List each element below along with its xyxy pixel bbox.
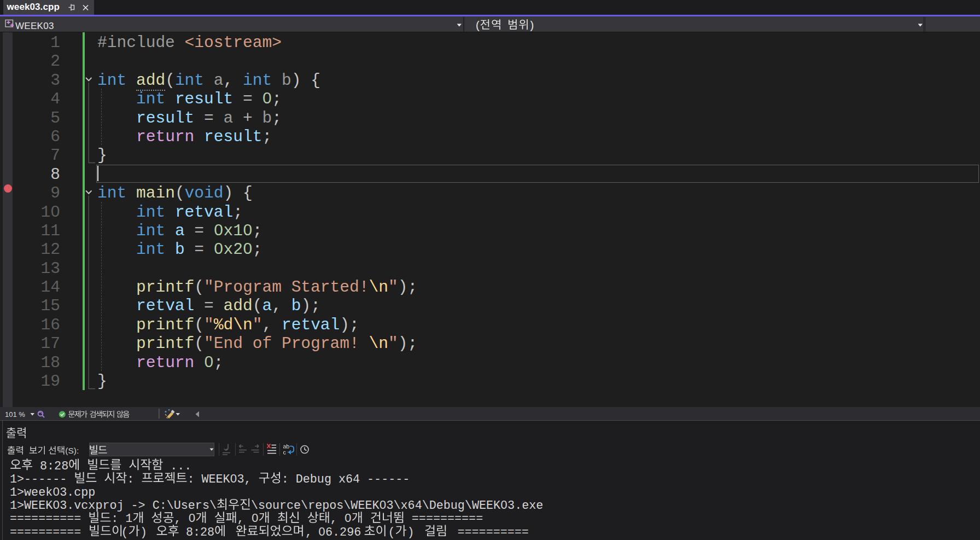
svg-text:8:28: 8:28 (186, 526, 214, 539)
svg-text:WEEK03,: WEEK03, (201, 473, 258, 486)
svg-text::: : (127, 473, 141, 486)
svg-text:1>------: 1>------ (10, 473, 74, 486)
svg-text:: Debug x64 ------: : Debug x64 ------ (282, 473, 410, 486)
svg-text:(S):: (S): (65, 446, 79, 455)
svg-text:1>WEEK03.vcxproj -> C:\Users\: 1>WEEK03.vcxproj -> C:\Users\ (10, 499, 217, 513)
svg-text:\source\repos\WEEK03\x64\Debug: \source\repos\WEEK03\x64\Debug\WEEK03.ex… (251, 499, 543, 513)
svg-text:==========: ========== (458, 526, 529, 539)
svg-text:): ) (407, 526, 415, 539)
svg-text::: : (187, 473, 201, 486)
svg-text:(: ( (388, 526, 395, 539)
svg-text:: 1: : 1 (111, 512, 132, 526)
svg-text:==========: ========== (10, 526, 88, 539)
svg-text:,: , (305, 526, 312, 539)
svg-text:): ) (140, 526, 147, 539)
svg-text:==========: ========== (405, 512, 483, 526)
svg-text:(: ( (121, 526, 129, 539)
svg-text:1>week03.cpp: 1>week03.cpp (10, 486, 95, 500)
svg-text:): ) (530, 19, 534, 31)
svg-text:(: ( (476, 19, 480, 31)
svg-text:...: ... (170, 460, 191, 473)
svg-text:06.296: 06.296 (318, 526, 361, 539)
svg-text:8:28: 8:28 (33, 460, 68, 473)
svg-text:==========: ========== (10, 512, 88, 526)
